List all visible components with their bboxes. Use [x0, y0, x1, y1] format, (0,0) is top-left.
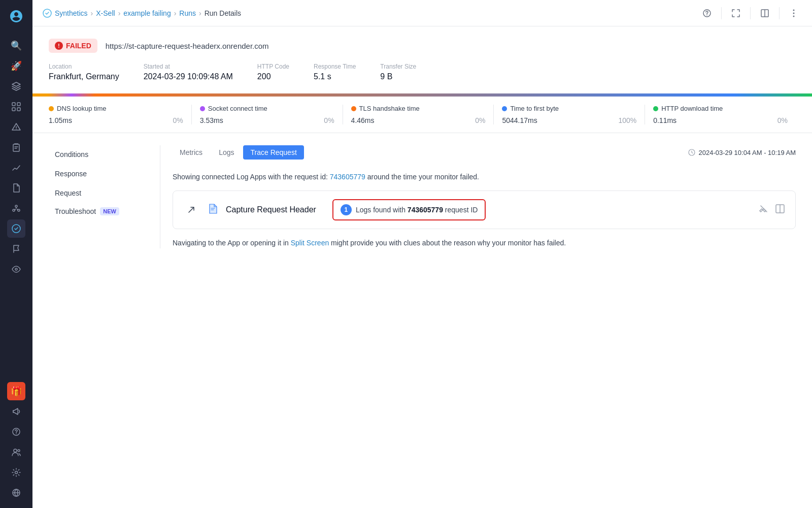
sidebar-item-rocket[interactable]: 🚀 [7, 57, 25, 75]
help-button[interactable] [699, 5, 715, 21]
svg-point-12 [16, 433, 17, 434]
navigate-text-prefix: Navigating to the App or opening it in [173, 239, 289, 247]
topbar-divider-1 [721, 7, 722, 19]
sidebar-item-flag[interactable] [7, 240, 25, 258]
sidebar-item-help[interactable] [7, 423, 25, 441]
timing-http-pct: 0% [777, 116, 788, 124]
sidebar-item-megaphone[interactable] [7, 402, 25, 421]
svg-rect-2 [17, 103, 20, 106]
meta-transfer-size: Transfer Size 9 B [380, 63, 416, 81]
timing-tls-label: TLS handshake time [359, 105, 420, 112]
left-panel-request[interactable]: Request [49, 184, 148, 202]
breadcrumb-example-failing[interactable]: example failing [123, 9, 171, 17]
log-split-button[interactable] [775, 204, 785, 216]
socket-dot [200, 106, 205, 111]
timing-tls-ms: 4.46ms [351, 116, 375, 124]
timing-tls-header: TLS handshake time [351, 105, 486, 112]
split-screen-link[interactable]: Split Screen [291, 239, 329, 247]
timing-dns: DNS lookup time 1.05ms 0% [49, 105, 192, 124]
meta-started-at-label: Started at [144, 63, 233, 70]
tab-metrics[interactable]: Metrics [173, 145, 210, 160]
sidebar-item-layers[interactable] [7, 77, 25, 96]
svg-point-22 [793, 12, 795, 14]
svg-rect-1 [12, 103, 15, 106]
breadcrumb-synthetics[interactable]: Synthetics [55, 9, 88, 17]
sidebar-item-search[interactable]: 🔍 [7, 37, 25, 55]
svg-rect-3 [12, 108, 15, 111]
timing-dns-values: 1.05ms 0% [49, 116, 183, 124]
sidebar-item-settings[interactable] [7, 463, 25, 482]
meta-response-time-label: Response Time [314, 63, 356, 70]
meta-response-time-value: 5.1 s [314, 72, 356, 81]
sidebar-item-gift[interactable]: 🎁 [7, 382, 25, 400]
more-options-button[interactable] [786, 5, 802, 21]
sidebar-item-eye[interactable] [7, 260, 25, 278]
status-header: ! FAILED https://st-capture-request-head… [49, 39, 796, 53]
tls-dot [351, 106, 356, 111]
fullscreen-button[interactable] [728, 5, 744, 21]
tab-trace-request[interactable]: Trace Request [243, 145, 303, 160]
left-panel-troubleshoot[interactable]: Troubleshoot NEW [49, 203, 148, 219]
meta-location-value: Frankfurt, Germany [49, 72, 119, 81]
log-app-arrow-icon[interactable] [183, 202, 199, 218]
main-content: Synthetics › X-Sell › example failing › … [32, 0, 812, 508]
http-dot [653, 106, 658, 111]
status-badge-icon: ! [55, 42, 63, 50]
sidebar-item-alert[interactable] [7, 118, 25, 136]
breadcrumb-xcell[interactable]: X-Sell [96, 9, 115, 17]
sidebar-item-grid[interactable] [7, 98, 25, 116]
info-text: Showing connected Log Apps with the requ… [173, 172, 796, 182]
topbar: Synthetics › X-Sell › example failing › … [32, 0, 812, 26]
navigate-text-suffix-text: might provide you with clues about the r… [331, 239, 566, 247]
left-panel-response[interactable]: Response [49, 165, 148, 183]
svg-point-23 [793, 15, 795, 17]
sidebar: 🔍 🚀 🎁 [0, 0, 32, 508]
breadcrumb-sep-3: › [174, 9, 177, 17]
timing-http-values: 0.11ms 0% [653, 116, 788, 124]
sidebar-item-globe[interactable] [7, 484, 25, 502]
log-app-card[interactable]: Capture Request Header 1 Logs found with… [173, 190, 796, 229]
synthetics-icon [43, 9, 52, 18]
sidebar-item-chart[interactable] [7, 158, 25, 177]
breadcrumb-runs[interactable]: Runs [179, 9, 196, 17]
sidebar-item-synthetics[interactable] [7, 219, 25, 238]
log-app-doc-icon [208, 203, 218, 217]
timing-socket-pct: 0% [324, 116, 334, 124]
svg-point-19 [706, 15, 707, 16]
svg-point-21 [793, 9, 795, 11]
topbar-divider-3 [779, 7, 780, 19]
left-panel: Conditions Response Request Troubleshoot… [49, 145, 160, 248]
timing-ttfb-values: 5044.17ms 100% [502, 116, 636, 124]
meta-row: Location Frankfurt, Germany Started at 2… [49, 63, 796, 81]
left-panel-conditions[interactable]: Conditions [49, 145, 148, 164]
info-text-suffix-text: around the time your monitor failed. [367, 173, 479, 181]
page-content: ! FAILED https://st-capture-request-head… [32, 26, 812, 508]
timing-http-ms: 0.11ms [653, 116, 676, 124]
breadcrumb-run-details: Run Details [205, 9, 241, 17]
timing-socket-ms: 3.53ms [200, 116, 223, 124]
sidebar-item-document[interactable] [7, 179, 25, 197]
timing-socket-values: 3.53ms 0% [200, 116, 334, 124]
meta-http-code-label: HTTP Code [257, 63, 289, 70]
sidebar-item-topology[interactable] [7, 199, 25, 217]
timing-tls-values: 4.46ms 0% [351, 116, 486, 124]
breadcrumb-sep-1: › [91, 9, 93, 17]
timing-tls: TLS handshake time 4.46ms 0% [343, 105, 494, 124]
info-text-prefix: Showing connected Log Apps with the requ… [173, 173, 328, 181]
breadcrumb-sep-2: › [118, 9, 121, 17]
sidebar-item-people[interactable] [7, 443, 25, 461]
timing-socket-label: Socket connect time [208, 105, 267, 112]
breadcrumb: Synthetics › X-Sell › example failing › … [43, 9, 695, 18]
log-app-actions [759, 204, 785, 216]
timing-socket: Socket connect time 3.53ms 0% [192, 105, 343, 124]
log-request-id-bold: 743605779 [408, 206, 443, 214]
request-id-link[interactable]: 743605779 [330, 173, 365, 181]
log-unlink-button[interactable] [759, 204, 769, 216]
layout-button[interactable] [757, 5, 773, 21]
timing-metrics: DNS lookup time 1.05ms 0% Socket connect… [32, 97, 812, 133]
log-app-name: Capture Request Header [226, 205, 316, 214]
timing-dns-pct: 0% [173, 116, 183, 124]
timing-dns-header: DNS lookup time [49, 105, 183, 112]
sidebar-item-clipboard[interactable] [7, 138, 25, 156]
tab-logs[interactable]: Logs [212, 145, 241, 160]
